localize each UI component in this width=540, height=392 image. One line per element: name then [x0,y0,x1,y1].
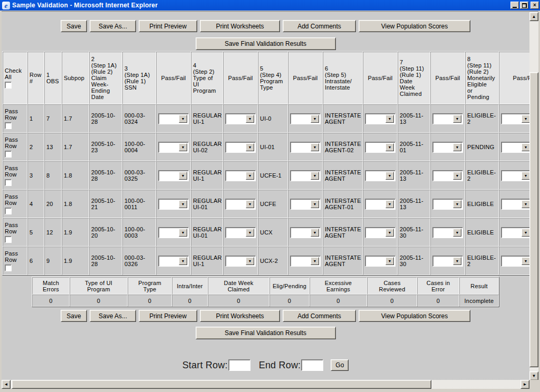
pass-fail-select[interactable]: ▼ [365,113,396,124]
pass-fail-select[interactable]: ▼ [158,227,189,238]
pass-row-checkbox[interactable] [5,264,12,271]
start-row-input[interactable] [228,359,250,371]
pass-fail-select[interactable]: ▼ [432,170,463,181]
horizontal-scroll-thumb[interactable] [12,380,431,389]
combo-dropdown-button[interactable]: ▼ [453,229,461,237]
view-population-scores-button[interactable]: View Population Scores [359,310,470,322]
combo-dropdown-button[interactable]: ▼ [385,143,394,151]
pass-fail-select[interactable]: ▼ [290,170,321,181]
combo-dropdown-button[interactable]: ▼ [311,143,319,151]
horizontal-scrollbar[interactable]: ◄ ► [2,380,529,389]
combo-dropdown-button[interactable]: ▼ [246,200,254,208]
end-row-input[interactable] [301,359,323,371]
scroll-left-button[interactable]: ◄ [2,380,11,389]
pass-row-checkbox[interactable] [5,151,12,158]
combo-dropdown-button[interactable]: ▼ [522,115,529,123]
combo-dropdown-button[interactable]: ▼ [385,172,394,180]
combo-dropdown-button[interactable]: ▼ [453,115,461,123]
combo-dropdown-button[interactable]: ▼ [311,115,319,123]
combo-dropdown-button[interactable]: ▼ [179,115,187,123]
check-all-checkbox[interactable] [5,82,12,89]
pass-fail-select[interactable]: ▼ [365,256,396,267]
pass-fail-select[interactable]: ▼ [290,256,321,267]
pass-fail-select[interactable]: ▼ [365,227,396,238]
pass-fail-select[interactable]: ▼ [365,142,396,153]
combo-dropdown-button[interactable]: ▼ [522,143,529,151]
print-worksheets-button[interactable]: Print Worksheets [200,20,280,32]
pass-fail-select[interactable]: ▼ [432,113,463,124]
combo-dropdown-button[interactable]: ▼ [522,172,529,180]
scroll-up-button[interactable]: ▲ [529,12,538,21]
pass-fail-select[interactable]: ▼ [501,227,529,238]
combo-dropdown-button[interactable]: ▼ [246,229,254,237]
pass-row-checkbox[interactable] [5,179,12,186]
pass-fail-select[interactable]: ▼ [158,170,189,181]
combo-dropdown-button[interactable]: ▼ [179,257,187,265]
combo-dropdown-button[interactable]: ▼ [179,200,187,208]
pass-fail-select[interactable]: ▼ [501,142,529,153]
minimize-button[interactable] [510,2,519,9]
pass-row-checkbox[interactable] [5,122,12,129]
combo-dropdown-button[interactable]: ▼ [522,257,529,265]
scroll-right-button[interactable]: ► [520,380,529,389]
pass-fail-select[interactable]: ▼ [290,113,321,124]
combo-dropdown-button[interactable]: ▼ [311,257,319,265]
print-worksheets-button[interactable]: Print Worksheets [200,310,280,322]
combo-dropdown-button[interactable]: ▼ [522,229,529,237]
pass-fail-select[interactable]: ▼ [432,142,463,153]
pass-fail-select[interactable]: ▼ [365,199,396,210]
combo-dropdown-button[interactable]: ▼ [522,200,529,208]
save-as-button[interactable]: Save As... [90,20,136,32]
combo-dropdown-button[interactable]: ▼ [385,229,394,237]
combo-dropdown-button[interactable]: ▼ [179,143,187,151]
pass-fail-select[interactable]: ▼ [501,199,529,210]
combo-dropdown-button[interactable]: ▼ [246,172,254,180]
combo-dropdown-button[interactable]: ▼ [246,143,254,151]
print-preview-button[interactable]: Print Preview [139,20,197,32]
pass-fail-select[interactable]: ▼ [225,142,256,153]
pass-row-checkbox[interactable] [5,208,12,214]
pass-fail-select[interactable]: ▼ [225,170,256,181]
save-final-validation-results-button[interactable]: Save Final Validation Results [196,37,336,50]
vertical-scrollbar[interactable]: ▲ ▼ [529,12,538,380]
combo-dropdown-button[interactable]: ▼ [453,257,461,265]
save-final-validation-results-button[interactable]: Save Final Validation Results [196,327,336,339]
combo-dropdown-button[interactable]: ▼ [453,143,461,151]
combo-dropdown-button[interactable]: ▼ [311,229,319,237]
combo-dropdown-button[interactable]: ▼ [453,200,461,208]
combo-dropdown-button[interactable]: ▼ [385,257,394,265]
pass-fail-select[interactable]: ▼ [225,199,256,210]
combo-dropdown-button[interactable]: ▼ [453,172,461,180]
add-comments-button[interactable]: Add Comments [283,20,356,32]
pass-fail-select[interactable]: ▼ [501,113,529,124]
combo-dropdown-button[interactable]: ▼ [311,200,319,208]
close-button[interactable]: × [531,2,539,9]
combo-dropdown-button[interactable]: ▼ [385,200,394,208]
pass-fail-select[interactable]: ▼ [290,227,321,238]
combo-dropdown-button[interactable]: ▼ [179,229,187,237]
pass-fail-select[interactable]: ▼ [158,113,189,124]
pass-fail-select[interactable]: ▼ [290,142,321,153]
pass-fail-select[interactable]: ▼ [501,256,529,267]
vertical-scroll-thumb[interactable] [529,72,538,367]
pass-fail-select[interactable]: ▼ [432,227,463,238]
save-button[interactable]: Save [61,310,87,322]
scroll-down-button[interactable]: ▼ [529,371,538,380]
pass-fail-select[interactable]: ▼ [158,142,189,153]
view-population-scores-button[interactable]: View Population Scores [359,20,470,32]
pass-fail-select[interactable]: ▼ [290,199,321,210]
pass-fail-select[interactable]: ▼ [158,256,189,267]
pass-fail-select[interactable]: ▼ [365,170,396,181]
pass-fail-select[interactable]: ▼ [432,256,463,267]
combo-dropdown-button[interactable]: ▼ [246,257,254,265]
save-button[interactable]: Save [61,20,87,32]
pass-fail-select[interactable]: ▼ [501,170,529,181]
pass-row-checkbox[interactable] [5,236,12,243]
combo-dropdown-button[interactable]: ▼ [246,115,254,123]
go-button[interactable]: Go [331,359,349,371]
save-as-button[interactable]: Save As... [90,310,136,322]
pass-fail-select[interactable]: ▼ [225,113,256,124]
combo-dropdown-button[interactable]: ▼ [311,172,319,180]
pass-fail-select[interactable]: ▼ [158,199,189,210]
combo-dropdown-button[interactable]: ▼ [385,115,394,123]
